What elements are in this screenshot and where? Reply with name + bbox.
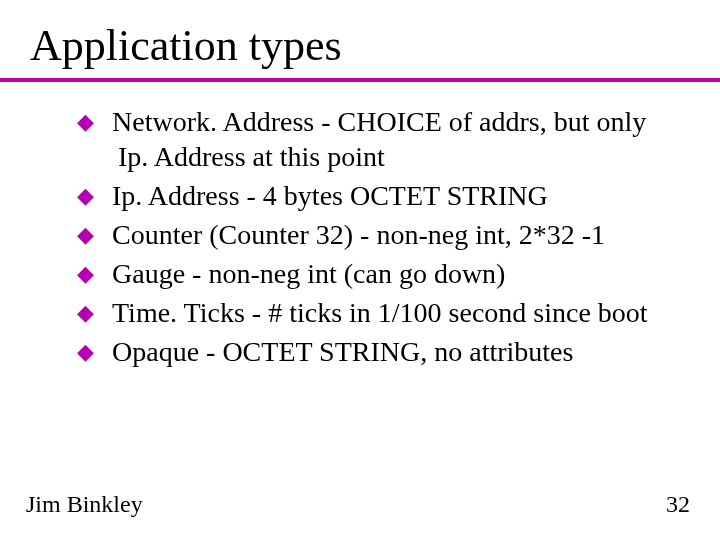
list-item: ◆Time. Ticks - # ticks in 1/100 second s… xyxy=(88,295,680,330)
bullet-text: Ip. Address - 4 bytes OCTET STRING xyxy=(112,180,548,211)
list-item: ◆Network. Address - CHOICE of addrs, but… xyxy=(88,104,680,174)
bullet-text: Gauge - non-neg int (can go down) xyxy=(112,258,505,289)
slide: Application types ◆Network. Address - CH… xyxy=(0,0,720,540)
slide-title: Application types xyxy=(30,20,342,71)
bullet-text: Opaque - OCTET STRING, no attributes xyxy=(112,336,573,367)
diamond-bullet-icon: ◆ xyxy=(88,221,112,249)
list-item: ◆Counter (Counter 32) - non-neg int, 2*3… xyxy=(88,217,680,252)
diamond-bullet-icon: ◆ xyxy=(88,299,112,327)
footer-page-number: 32 xyxy=(666,491,690,518)
bullet-list: ◆Network. Address - CHOICE of addrs, but… xyxy=(88,104,680,373)
list-item: ◆Ip. Address - 4 bytes OCTET STRING xyxy=(88,178,680,213)
bullet-text: Time. Ticks - # ticks in 1/100 second si… xyxy=(112,297,648,328)
title-underline xyxy=(0,78,720,82)
footer-author: Jim Binkley xyxy=(26,491,143,518)
bullet-text: Counter (Counter 32) - non-neg int, 2*32… xyxy=(112,219,605,250)
list-item: ◆Opaque - OCTET STRING, no attributes xyxy=(88,334,680,369)
bullet-text: Network. Address - CHOICE of addrs, but … xyxy=(112,106,646,172)
diamond-bullet-icon: ◆ xyxy=(88,108,112,136)
diamond-bullet-icon: ◆ xyxy=(88,182,112,210)
diamond-bullet-icon: ◆ xyxy=(88,260,112,288)
diamond-bullet-icon: ◆ xyxy=(88,338,112,366)
list-item: ◆Gauge - non-neg int (can go down) xyxy=(88,256,680,291)
